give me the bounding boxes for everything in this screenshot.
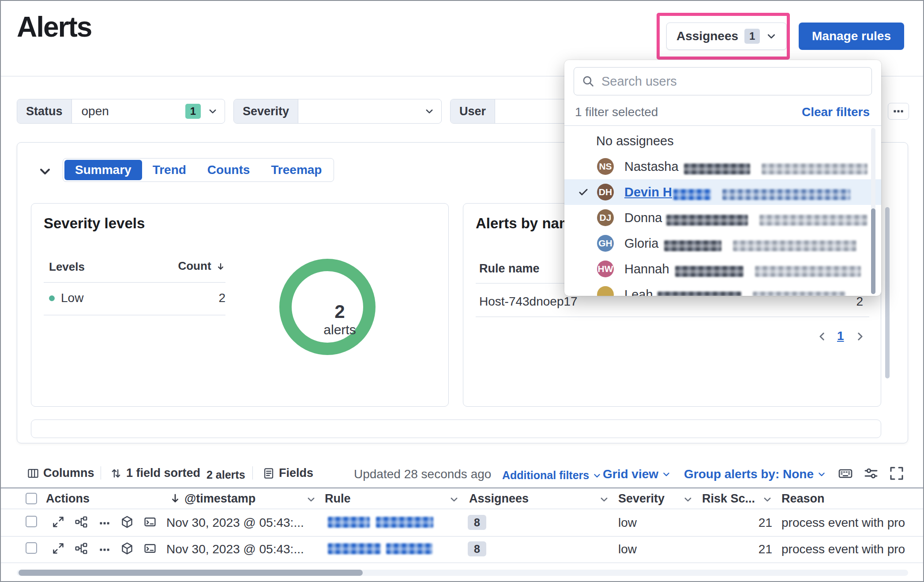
fullscreen-icon[interactable]: [890, 466, 904, 480]
redacted-text: [755, 266, 861, 277]
column-header-timestamp[interactable]: @timestamp: [184, 492, 255, 506]
option-user-hannah[interactable]: HW Hannah: [564, 256, 881, 282]
clear-filters-link[interactable]: Clear filters: [802, 105, 870, 119]
check-icon: [578, 186, 589, 198]
tab-summary[interactable]: Summary: [64, 160, 142, 180]
grid-view-button[interactable]: Grid view: [603, 467, 671, 481]
additional-filters-button[interactable]: Additional filters: [502, 469, 601, 482]
expand-alert-icon[interactable]: [52, 542, 64, 555]
column-header-rule[interactable]: Rule: [325, 492, 351, 506]
horizontal-scrollbar-thumb[interactable]: [19, 570, 363, 576]
redacted-text: [657, 291, 741, 296]
fields-button[interactable]: Fields: [263, 466, 313, 480]
collapsed-subpanel: [31, 419, 881, 438]
option-user-nastasha[interactable]: NS Nastasha: [564, 154, 881, 179]
option-no-assignees[interactable]: No assignees: [564, 128, 881, 154]
chevron-down-icon[interactable]: [306, 495, 316, 504]
columns-button[interactable]: Columns: [27, 466, 94, 480]
redacted-text: [759, 215, 868, 226]
status-filter[interactable]: Status open 1: [17, 99, 225, 124]
more-actions-icon[interactable]: [99, 544, 110, 556]
redacted-text: [762, 163, 868, 174]
sorted-fields-button[interactable]: 1 field sorted: [110, 466, 200, 480]
option-user-gloria[interactable]: GH Gloria: [564, 231, 881, 256]
redacted-text: [722, 189, 850, 200]
pagination-next-icon[interactable]: [854, 331, 866, 342]
rule-cell[interactable]: [328, 543, 432, 554]
sort-fields-icon: [110, 468, 122, 479]
osquery-package-icon[interactable]: [121, 516, 133, 528]
columns-icon: [27, 468, 39, 479]
session-view-console-icon[interactable]: [144, 542, 156, 555]
search-users-input[interactable]: [601, 74, 864, 89]
popover-scrollbar-thumb[interactable]: [871, 208, 875, 294]
open-analyzer-icon[interactable]: [75, 516, 87, 528]
avatar: DJ: [597, 209, 614, 226]
redacted-text: [328, 517, 370, 528]
tab-trend[interactable]: Trend: [142, 160, 197, 180]
collapse-charts-chevron-icon[interactable]: [38, 164, 52, 178]
chevron-down-icon[interactable]: [449, 495, 459, 504]
redacted-text: [328, 543, 381, 554]
chevron-down-icon: [208, 106, 218, 116]
redacted-text: [376, 517, 433, 528]
pagination-prev-icon[interactable]: [816, 331, 828, 342]
rule-name-cell: Host-743dnoep17: [479, 295, 578, 309]
osquery-package-icon[interactable]: [121, 542, 133, 555]
tab-counts[interactable]: Counts: [197, 160, 260, 180]
chevron-down-icon: [817, 470, 826, 479]
avatar: HW: [597, 261, 614, 277]
session-view-console-icon[interactable]: [144, 516, 156, 528]
fields-label: Fields: [279, 466, 313, 480]
redacted-text: [733, 240, 856, 251]
donut-total-label: alerts: [323, 322, 356, 337]
group-alerts-by-button[interactable]: Group alerts by: None: [684, 467, 826, 481]
reason-cell: process event with pro: [781, 516, 924, 530]
assignees-popover: 1 filter selected Clear filters No assig…: [564, 60, 881, 296]
donut-total-value: 2: [334, 301, 345, 322]
grid-top-border: [1, 488, 923, 488]
chevron-down-icon[interactable]: [762, 495, 772, 504]
severity-levels-card: Severity levels Levels Count Low 2 2 ale…: [31, 203, 449, 407]
page-scrollbar-thumb[interactable]: [885, 207, 890, 378]
chevron-down-icon[interactable]: [683, 495, 693, 504]
expand-alert-icon[interactable]: [52, 516, 64, 528]
select-all-checkbox[interactable]: [26, 493, 37, 504]
redacted-text: [673, 189, 711, 200]
inspect-controls-icon[interactable]: [864, 466, 878, 480]
keyboard-shortcuts-icon[interactable]: [838, 466, 853, 480]
column-header-severity[interactable]: Severity: [618, 492, 665, 506]
option-user-devin[interactable]: DH Devin H: [564, 179, 881, 205]
redacted-text: [753, 291, 845, 296]
open-analyzer-icon[interactable]: [75, 542, 87, 555]
tab-treemap[interactable]: Treemap: [260, 160, 332, 180]
more-filters-button[interactable]: [888, 103, 909, 120]
rule-cell[interactable]: [328, 517, 433, 528]
option-user-donna[interactable]: DJ Donna: [564, 205, 881, 231]
severity-cell: low: [618, 516, 637, 530]
boxes-horizontal-icon: [893, 106, 904, 117]
severity-card-title: Severity levels: [44, 215, 145, 232]
column-header-risk-score[interactable]: Risk Sc...: [702, 492, 755, 506]
chevron-down-icon[interactable]: [599, 495, 609, 504]
timestamp-sort-arrow-icon: [169, 493, 181, 504]
page-title: Alerts: [17, 11, 91, 43]
chevron-down-icon: [424, 106, 434, 116]
severity-filter[interactable]: Severity: [233, 99, 442, 124]
redacted-text: [675, 266, 744, 277]
column-header-assignees[interactable]: Assignees: [469, 492, 529, 506]
redacted-text: [386, 543, 432, 554]
grid-view-label: Grid view: [603, 467, 658, 481]
severity-legend-row: Low: [49, 291, 83, 305]
updated-timestamp-label: Updated 28 seconds ago: [354, 467, 491, 481]
more-actions-icon[interactable]: [99, 518, 110, 529]
status-filter-value: open: [82, 104, 109, 118]
alerts-count-label: 2 alerts: [207, 469, 245, 481]
option-user-leah[interactable]: Leah: [564, 282, 881, 296]
group-alerts-by-label: Group alerts by: None: [684, 467, 814, 481]
alerts-page: Alerts Assignees 1 Manage rules Status o…: [0, 0, 924, 582]
manage-rules-button[interactable]: Manage rules: [799, 23, 904, 50]
row-checkbox[interactable]: [26, 516, 37, 527]
pagination-page-1[interactable]: 1: [837, 329, 844, 343]
row-checkbox[interactable]: [26, 542, 37, 554]
